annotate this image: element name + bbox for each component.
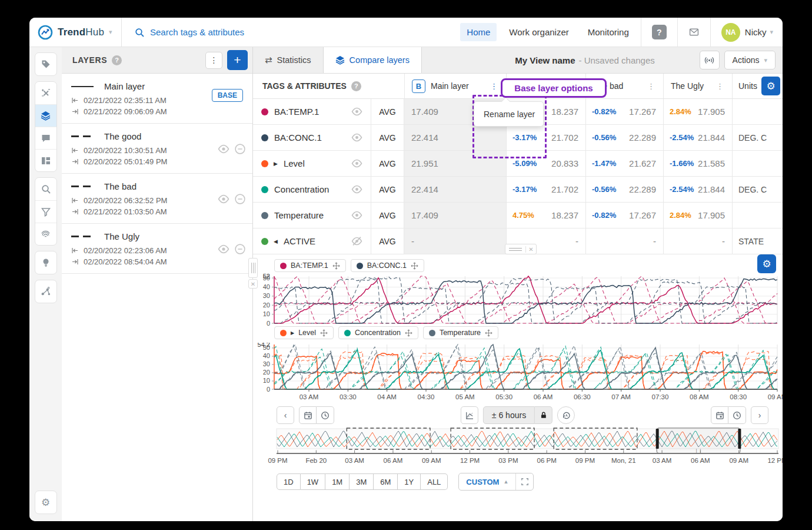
history-button[interactable] — [557, 406, 575, 424]
aggregation-cell[interactable]: AVG — [371, 151, 404, 176]
trend-chart-1[interactable]: 5040302010052 — [253, 274, 783, 326]
help-icon[interactable]: ? — [351, 81, 361, 91]
pan-right-button[interactable]: › — [751, 406, 768, 424]
drag-grip-icon[interactable] — [505, 248, 525, 251]
aggregation-cell[interactable]: AVG — [371, 203, 404, 228]
layer-card-main[interactable]: Main layer 02/21/2022 02:35:11 AM 02/21/… — [62, 74, 252, 124]
vertical-splitter-handle[interactable]: ✕ — [248, 258, 258, 289]
nav-work-organizer[interactable]: Work organizer — [502, 23, 575, 41]
layer-card-the-ugly[interactable]: The Ugly 02/20/2022 02:23:06 AM 02/20/20… — [62, 224, 252, 274]
rail-filter-button[interactable] — [35, 200, 56, 223]
compare-zoom-button[interactable] — [461, 406, 478, 424]
legend-pill-ba-temp[interactable]: BA:TEMP.1 — [274, 259, 346, 272]
preset-all[interactable]: ALL — [421, 473, 448, 490]
nav-home[interactable]: Home — [460, 23, 497, 41]
table-row-ba-conc[interactable]: BA:CONC.1AVG22.414-3.17%21.702-0.56%22.2… — [253, 125, 783, 151]
rail-layers-button[interactable] — [35, 104, 56, 127]
visibility-eye-icon[interactable] — [351, 158, 362, 168]
remove-layer-icon[interactable] — [235, 194, 245, 207]
rail-fingerprint-button[interactable] — [35, 223, 56, 245]
preset-6m[interactable]: 6M — [374, 473, 398, 490]
remove-layer-icon[interactable] — [235, 244, 245, 257]
aggregation-cell[interactable]: AVG — [371, 177, 404, 202]
rail-tag-button[interactable] — [35, 53, 56, 75]
timeline-minimap[interactable]: ❘❘ — [253, 428, 783, 456]
horizontal-splitter-handle[interactable]: ✕ — [505, 244, 537, 254]
move-icon[interactable] — [332, 262, 340, 270]
preset-1m[interactable]: 1M — [325, 473, 350, 490]
help-icon[interactable]: ? — [112, 55, 122, 65]
rail-comments-button[interactable] — [35, 127, 56, 149]
visibility-eye-icon[interactable] — [351, 184, 362, 194]
close-icon[interactable]: ✕ — [525, 246, 536, 253]
rail-recommendations-button[interactable] — [35, 251, 56, 274]
aggregation-cell[interactable]: AVG — [371, 99, 404, 124]
actions-button[interactable]: Actions▾ — [724, 51, 776, 69]
app-logo[interactable]: TrendHub ▾ — [29, 18, 122, 47]
tab-statistics[interactable]: ⇄ Statistics — [253, 47, 323, 73]
aggregation-cell[interactable]: AVG — [371, 125, 404, 150]
table-row-temperature[interactable]: TemperatureAVG17.4094.75%18.237-0.82%17.… — [253, 203, 783, 228]
live-broadcast-button[interactable] — [700, 51, 720, 69]
main-layer-menu-kebab[interactable]: ⋮ — [490, 82, 498, 91]
bad-layer-menu-kebab[interactable]: ⋮ — [647, 82, 655, 91]
close-icon[interactable]: ✕ — [248, 279, 258, 289]
chevron-down-icon[interactable]: ▾ — [109, 28, 112, 36]
expand-icon[interactable]: ▶ — [274, 161, 278, 167]
visibility-eye-icon[interactable] — [218, 244, 229, 257]
calendar-button[interactable] — [711, 406, 728, 424]
pan-left-button[interactable]: ‹ — [277, 406, 294, 424]
lock-range-button[interactable] — [535, 406, 553, 424]
layer-card-the-good[interactable]: The good 02/20/2022 10:30:51 AM 02/20/20… — [62, 124, 252, 174]
clock-button[interactable] — [317, 406, 334, 424]
rail-dashboard-button[interactable] — [35, 149, 56, 171]
legend-pill-concentration[interactable]: Concentration — [338, 326, 418, 339]
legend-pill-ba-conc[interactable]: BA:CONC.1 — [351, 259, 424, 272]
rail-search-button[interactable] — [35, 178, 56, 200]
move-icon[interactable] — [411, 262, 418, 270]
legend-pill-temperature[interactable]: Temperature — [423, 326, 498, 339]
legend-pill-level[interactable]: ▶ Level — [274, 326, 334, 339]
visibility-eye-icon[interactable] — [351, 107, 362, 117]
calendar-button[interactable] — [299, 406, 317, 424]
custom-range-button[interactable]: CUSTOM▲ — [459, 473, 515, 490]
add-layer-button[interactable]: + — [227, 50, 248, 70]
remove-layer-icon[interactable] — [235, 144, 245, 157]
aggregation-cell[interactable]: AVG — [371, 228, 404, 254]
visibility-eye-icon[interactable] — [218, 144, 229, 157]
move-icon[interactable] — [485, 329, 492, 337]
user-menu[interactable]: NA Nicky ▾ — [713, 23, 773, 42]
visibility-eye-icon[interactable] — [351, 236, 362, 246]
collapse-icon[interactable]: ◀ — [274, 238, 278, 244]
context-timeline[interactable]: ❘❘ 09 PMFeb 2003 AM06 AM09 AM12 PM03 PM0… — [253, 428, 783, 468]
visibility-eye-icon[interactable] — [351, 210, 362, 220]
ugly-layer-menu-kebab[interactable]: ⋮ — [716, 82, 724, 91]
rail-context-button[interactable] — [35, 280, 56, 303]
trend-chart-2[interactable]: 5040302010054.2 — [253, 343, 783, 393]
rename-layer-menu[interactable]: Rename layer — [474, 101, 544, 127]
nav-monitoring[interactable]: Monitoring — [581, 23, 635, 41]
visibility-eye-icon[interactable] — [351, 132, 362, 143]
rail-settings-button[interactable]: ⚙ — [35, 491, 56, 514]
move-icon[interactable] — [405, 329, 412, 337]
visibility-eye-icon[interactable] — [218, 194, 229, 207]
drag-grip-icon[interactable] — [248, 258, 258, 278]
preset-1y[interactable]: 1Y — [398, 473, 421, 490]
mail-button[interactable] — [688, 27, 700, 37]
table-row-level[interactable]: ▶LevelAVG21.951-5.09%20.833-1.47%21.627-… — [253, 151, 783, 177]
rail-formulas-button[interactable] — [35, 82, 56, 104]
table-settings-button[interactable]: ⚙ — [761, 77, 780, 95]
preset-1w[interactable]: 1W — [301, 473, 326, 490]
preset-3m[interactable]: 3M — [350, 473, 374, 490]
layer-card-the-bad[interactable]: The bad 02/20/2022 06:32:52 PM 02/21/202… — [62, 174, 252, 224]
preset-1d[interactable]: 1D — [277, 473, 301, 490]
table-row-concentration[interactable]: ConcentrationAVG22.414-3.17%21.702-0.56%… — [253, 177, 783, 203]
time-range-label[interactable]: ± 6 hours — [483, 406, 535, 424]
clock-button[interactable] — [728, 406, 746, 424]
help-button[interactable]: ? — [652, 25, 667, 39]
fit-range-button[interactable] — [515, 473, 533, 490]
layers-menu-button[interactable]: ⋮ — [205, 52, 222, 69]
chart-settings-button[interactable]: ⚙ — [757, 254, 776, 273]
search-input[interactable] — [150, 27, 327, 37]
move-icon[interactable] — [320, 329, 328, 337]
